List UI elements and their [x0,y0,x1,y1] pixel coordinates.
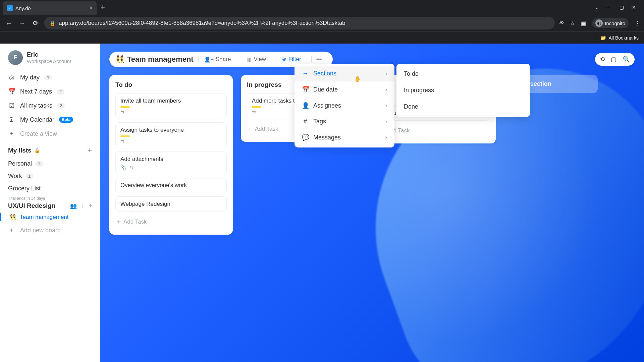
browser-menu-icon[interactable]: ⋮ [635,20,640,26]
chevron-right-icon: › [385,86,387,93]
sync-icon[interactable]: ⟲ [600,56,605,63]
filter-tags[interactable]: # Tags › [294,114,394,129]
workspace-header[interactable]: UX/UI Redesign 👥 ⋮ + [0,201,100,211]
plus-icon: + [8,130,15,137]
beta-badge: Beta [59,117,73,123]
card-tag-yellow [120,106,130,108]
task-card[interactable]: Invite all team members ⇆ [115,93,227,119]
board-more-button[interactable]: ••• [311,56,327,62]
nav-next-7-days[interactable]: 📅 Next 7 days 2 [0,84,100,99]
add-list-button[interactable]: + [88,146,92,155]
top-right-actions: ⟲ ▢ 🔍 [595,53,635,66]
board-team-management[interactable]: 👯 Team management [0,211,100,223]
add-new-board-button[interactable]: + Add new board [0,223,100,237]
filter-messages[interactable]: 💬 Messages › [294,129,394,145]
forward-button[interactable]: → [17,19,27,27]
incognito-icon: ◐ [595,19,603,27]
board-emoji: 👯 [115,55,124,64]
chevron-right-icon: › [385,103,387,109]
badge: 2 [57,89,64,95]
box-icon[interactable]: ▢ [611,56,616,63]
url-input[interactable]: 🔒 app.any.do/boards/f245600a-28f0-4892-8… [44,17,555,29]
user-block[interactable]: E Eric Workspace Account [0,50,100,70]
task-card[interactable]: Assign tasks to everyone ⇆ [115,122,227,148]
user-name: Eric [27,51,71,58]
task-card[interactable]: Webpage Redesign [115,196,227,212]
minimize-icon[interactable]: ― [607,5,611,10]
message-icon: 💬 [302,134,309,141]
list-work[interactable]: Work 1 [0,170,100,182]
filter-popup: → Sections › 📅 Due date › 👤 Assignees › … [294,64,394,147]
list-personal[interactable]: Personal 1 [0,158,100,170]
reload-button[interactable]: ⟳ [31,19,40,27]
tracking-icon[interactable]: 👁 [559,20,564,26]
task-card[interactable]: Add attachments 📎 ⇆ [115,152,227,174]
filter-due-date[interactable]: 📅 Due date › [294,81,394,98]
browser-tab[interactable]: ✓ Any.do × [3,1,97,15]
add-icon[interactable]: + [89,203,92,209]
badge: 1 [35,161,43,167]
tab-close-icon[interactable]: × [89,5,93,12]
my-lists-header: My lists 🔒 + [0,141,100,158]
close-window-icon[interactable]: ✕ [632,5,636,10]
add-task-label: Add Task [255,126,278,132]
url-text: app.any.do/boards/f245600a-28f0-4892-8fe… [59,20,345,26]
chevron-right-icon: › [385,119,387,125]
avatar: E [8,50,23,65]
bookmarks-bar: | 📁 All Bookmarks [0,32,644,44]
filter-assignees[interactable]: 👤 Assignees › [294,98,394,114]
filter-button[interactable]: ⚞ Filter [276,56,307,63]
user-subtitle: Workspace Account [27,58,71,64]
all-bookmarks-button[interactable]: All Bookmarks [609,35,639,41]
column-title[interactable]: To do [115,81,227,88]
target-icon: ◎ [8,74,15,81]
hash-icon: # [302,118,309,125]
sidebar: E Eric Workspace Account ◎ My day 1 📅 Ne… [0,44,100,362]
tab-title: Any.do [15,5,31,11]
calendar-icon: 📅 [8,88,15,95]
board-title[interactable]: 👯 Team management [115,55,194,64]
subtask-icon: ⇆ [120,138,222,144]
plus-icon: + [8,227,15,234]
list-grocery[interactable]: Grocery List [0,182,100,195]
share-button[interactable]: 👤+ Share [198,56,236,63]
filter-sections[interactable]: → Sections › [294,66,394,81]
list-label: Grocery List [8,185,41,192]
new-tab-button[interactable]: + [101,3,105,12]
filter-option-todo[interactable]: To do [396,66,530,82]
bookmark-star-icon[interactable]: ☆ [570,20,575,26]
view-label: View [254,56,266,63]
person-icon: 👤 [302,102,309,109]
add-task-button[interactable]: + Add Task [115,215,227,229]
search-icon[interactable]: 🔍 [623,56,630,63]
card-title: Add attachments [120,156,222,163]
filter-icon: ⚞ [282,56,286,63]
tabs-dropdown-icon[interactable]: ⌄ [595,5,599,10]
checklist-icon: ☑ [8,102,15,109]
card-title: Overview everyone's work [120,182,222,189]
filter-option-done[interactable]: Done [396,99,530,115]
view-button[interactable]: ▥ View [241,56,271,63]
add-task-button[interactable]: + Add Task [378,124,490,137]
nav-my-calendar[interactable]: 🗓 My Calendar Beta [0,113,100,127]
filter-label: Sections [313,70,336,77]
create-view-button[interactable]: + Create a view [0,127,100,141]
more-icon[interactable]: ⋮ [80,203,86,209]
maximize-icon[interactable]: ▢ [620,5,624,10]
share-icon: 👤+ [204,56,214,63]
filter-option-in-progress[interactable]: In progress [396,82,530,99]
nav-my-day[interactable]: ◎ My day 1 [0,70,100,84]
view-icon: ▥ [247,56,252,63]
back-button[interactable]: ← [4,19,13,27]
incognito-badge[interactable]: ◐ Incognito [592,18,629,28]
list-label: Work [8,173,22,180]
tab-bar: ✓ Any.do × + ⌄ ― ▢ ✕ [0,0,644,15]
nav-all-tasks[interactable]: ☑ All my tasks 2 [0,99,100,113]
chevron-right-icon: › [385,71,387,77]
panel-icon[interactable]: ▣ [581,20,586,26]
subtask-icon: ⇆ [120,109,222,115]
nav-label: My Calendar [20,116,54,123]
folder-icon: 📁 [600,35,606,41]
members-icon[interactable]: 👥 [70,203,77,209]
task-card[interactable]: Overview everyone's work [115,178,227,193]
